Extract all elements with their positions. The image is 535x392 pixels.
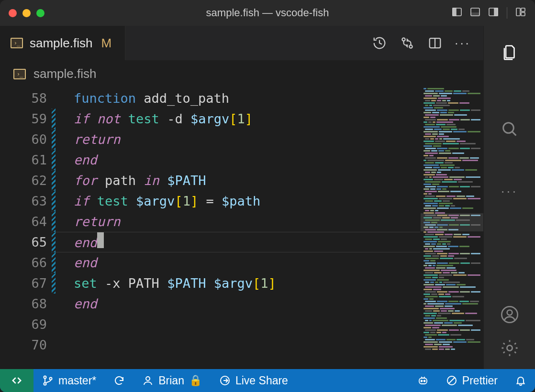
- svg-point-20: [50, 378, 52, 380]
- titlebar-separator: [507, 7, 507, 19]
- minimize-window-button[interactable]: [22, 9, 31, 17]
- svg-line-14: [512, 131, 516, 135]
- svg-point-24: [421, 381, 422, 382]
- svg-rect-1: [453, 8, 456, 16]
- live-share-button[interactable]: Live Share: [211, 369, 297, 392]
- line-number: 67: [0, 273, 47, 294]
- formatter-status[interactable]: Prettier: [437, 369, 506, 392]
- svg-point-13: [503, 123, 513, 133]
- fish-file-icon: [11, 38, 23, 48]
- live-share-label: Live Share: [235, 374, 288, 387]
- modification-marker: [52, 335, 56, 355]
- zoom-window-button[interactable]: [36, 9, 45, 17]
- line-number: 70: [0, 335, 47, 355]
- compare-changes-icon[interactable]: [400, 36, 414, 50]
- code-line[interactable]: if test $argv[1] = $path: [74, 191, 420, 211]
- code-line[interactable]: set -x PATH $PATH $argv[1]: [74, 273, 420, 294]
- accounts-icon[interactable]: [497, 302, 522, 327]
- status-bar: master* Brian 🔒 Live Share Prettier: [0, 369, 535, 392]
- code-line[interactable]: [74, 335, 420, 355]
- line-number: 66: [0, 252, 47, 273]
- code-line[interactable]: for path in $PATH: [74, 170, 420, 191]
- svg-point-19: [44, 383, 46, 385]
- breadcrumb-bar[interactable]: sample.fish: [0, 60, 483, 88]
- line-number: 61: [0, 150, 47, 170]
- line-number: 58: [0, 88, 47, 109]
- main-area: sample.fish M ··· sample.fish: [0, 26, 535, 369]
- more-actions-icon[interactable]: ···: [456, 36, 470, 50]
- modification-marker: [52, 129, 56, 150]
- account-status[interactable]: Brian 🔒: [134, 369, 211, 392]
- minimap[interactable]: [420, 88, 483, 369]
- modification-marker: [52, 294, 56, 314]
- tab-modified-indicator: M: [101, 36, 112, 51]
- svg-point-18: [44, 376, 46, 379]
- modification-marker: [52, 232, 56, 252]
- lock-icon: 🔒: [189, 374, 202, 387]
- activity-overflow-icon[interactable]: ···: [501, 184, 518, 199]
- svg-rect-8: [521, 12, 525, 16]
- modification-marker: [52, 88, 56, 109]
- code-line[interactable]: return: [74, 211, 420, 232]
- modification-marker: [52, 150, 56, 170]
- customize-layout-icon[interactable]: [515, 6, 526, 20]
- explorer-view-icon[interactable]: [497, 40, 522, 65]
- svg-point-16: [507, 310, 512, 316]
- svg-rect-3: [471, 13, 479, 16]
- svg-point-25: [424, 381, 425, 382]
- toggle-secondary-sidebar-icon[interactable]: [488, 6, 499, 20]
- modification-marker: [52, 314, 56, 335]
- titlebar-layout-controls: [451, 6, 526, 20]
- svg-rect-7: [521, 8, 525, 11]
- close-window-button[interactable]: [9, 9, 17, 17]
- window-title: sample.fish — vscode-fish: [206, 7, 329, 19]
- timeline-icon[interactable]: [372, 36, 387, 50]
- modification-marker: [52, 191, 56, 211]
- line-number-gutter: 58596061626364656667686970: [0, 88, 52, 369]
- split-editor-icon[interactable]: [428, 36, 442, 50]
- copilot-status[interactable]: [409, 369, 437, 392]
- code-editor[interactable]: 58596061626364656667686970 function add_…: [0, 88, 483, 369]
- code-line[interactable]: [74, 314, 420, 335]
- account-user-label: Brian: [158, 374, 184, 387]
- traffic-lights: [9, 9, 45, 17]
- code-line[interactable]: if not test -d $argv[1]: [74, 109, 420, 129]
- remote-indicator[interactable]: [0, 369, 33, 392]
- git-branch-status[interactable]: master*: [33, 369, 105, 392]
- search-view-icon[interactable]: [497, 117, 522, 142]
- svg-line-27: [449, 378, 455, 383]
- titlebar: sample.fish — vscode-fish: [0, 0, 535, 26]
- code-content[interactable]: function add_to_pathif not test -d $argv…: [56, 88, 420, 369]
- tab-filename: sample.fish: [30, 36, 93, 51]
- toggle-primary-sidebar-icon[interactable]: [451, 6, 463, 20]
- code-line[interactable]: end: [74, 252, 420, 273]
- code-line[interactable]: return: [74, 129, 420, 150]
- editor-column: sample.fish M ··· sample.fish: [0, 26, 483, 369]
- line-number: 59: [0, 109, 47, 129]
- svg-point-9: [402, 38, 405, 41]
- sync-changes-button[interactable]: [105, 369, 134, 392]
- settings-gear-icon[interactable]: [497, 336, 522, 360]
- svg-rect-6: [516, 8, 520, 16]
- svg-rect-5: [494, 8, 498, 16]
- svg-point-17: [507, 345, 512, 350]
- modification-marker: [52, 109, 56, 129]
- code-line[interactable]: end: [74, 294, 420, 314]
- svg-point-21: [146, 377, 150, 381]
- editor-tab-actions: ···: [372, 26, 483, 60]
- code-line[interactable]: end: [74, 150, 420, 170]
- line-number: 60: [0, 129, 47, 150]
- modification-marker: [52, 273, 56, 294]
- notifications-button[interactable]: [506, 369, 535, 392]
- editor-tab[interactable]: sample.fish M: [0, 26, 125, 60]
- minimap-viewport[interactable]: [421, 213, 483, 231]
- svg-rect-23: [419, 378, 427, 384]
- editor-tab-row: sample.fish M ···: [0, 26, 483, 60]
- line-number: 65: [0, 232, 47, 252]
- svg-point-10: [409, 45, 412, 48]
- code-line[interactable]: end: [74, 232, 420, 252]
- toggle-panel-icon[interactable]: [469, 6, 481, 20]
- formatter-label: Prettier: [462, 374, 498, 387]
- code-line[interactable]: function add_to_path: [74, 88, 420, 109]
- line-number: 62: [0, 170, 47, 191]
